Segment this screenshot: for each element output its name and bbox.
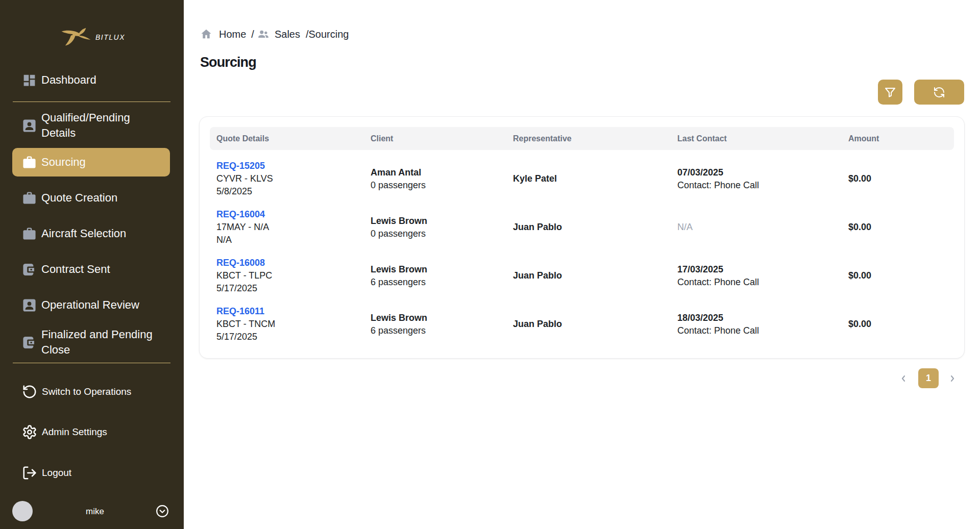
svg-text:BITLUX: BITLUX — [95, 33, 125, 41]
